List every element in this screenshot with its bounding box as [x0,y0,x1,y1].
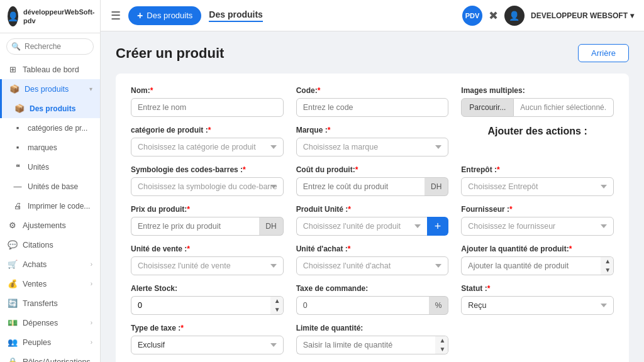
sidebar-item-roles[interactable]: 🔒 Rôles/Autorisations [0,352,100,362]
page-header: Créer un produit Arrière [116,44,629,62]
cout-suffix: DH [425,177,448,196]
alerte-spinner-buttons: ▲ ▼ [270,296,284,315]
ajouter-actions-section: Ajouter des actions : [461,126,614,156]
user-chevron-icon: ▾ [630,11,634,20]
categorie-select[interactable]: Choisissez la catégorie de produit [131,138,284,156]
new-tab-button[interactable]: + Des produits [128,6,201,25]
cout-input[interactable] [296,177,425,196]
back-button[interactable]: Arrière [578,44,629,62]
limite-group: Limite de quantité: ▲ ▼ [296,324,449,354]
limite-increment-button[interactable]: ▲ [435,336,448,345]
sidebar-item-categories[interactable]: ▪ catégories de pr... [0,118,100,138]
produit-unite-plus-button[interactable]: + [427,217,449,236]
browse-button[interactable]: Parcourir... [461,98,514,117]
prix-input[interactable] [131,217,259,236]
qte-increment-button[interactable]: ▲ [601,257,613,266]
qte-decrement-button[interactable]: ▼ [601,266,613,275]
transferts-icon: 🔄 [8,299,18,308]
entrepot-label: Entrepôt :* [461,165,614,174]
symbologie-select[interactable]: Choisissez la symbologie du code-barres [131,177,284,196]
unite-vente-select[interactable]: Choisissez l'unité de vente [131,256,284,275]
sidebar-item-transferts[interactable]: 🔄 Transferts [0,293,100,313]
code-label: Code:* [296,86,449,95]
brand-avatar: 👤 [8,6,18,26]
sidebar-item-label: Rôles/Autorisations [23,358,91,363]
sidebar-item-label: Citations [23,241,53,250]
sidebar-item-label: Unités [28,163,49,172]
brand: 👤 développeurWebSoft-pdv [8,6,92,26]
unite-achat-select[interactable]: Choisissez l'unité d'achat [296,256,449,275]
chevron-right-icon: › [91,319,92,326]
settings-icon[interactable]: ✖ [489,9,498,23]
sidebar-item-unites[interactable]: ❝ Unités [0,157,100,177]
sidebar-item-depenses[interactable]: 💵 Dépenses › [0,313,100,332]
prix-group: Prix du produit:* DH [131,205,284,236]
cout-input-group: DH [296,177,449,196]
sidebar-item-unites-base[interactable]: — Unités de base [0,177,100,196]
sidebar-item-peuples[interactable]: 👥 Peuples › [0,332,100,352]
marque-label: Marque :* [296,126,449,134]
search-icon: 🔍 [11,42,21,51]
sidebar-item-tableau-de-bord[interactable]: ⊞ Tableau de bord [0,60,100,79]
type-taxe-select[interactable]: Exclusif [131,336,284,354]
limite-spinner-buttons: ▲ ▼ [435,336,448,354]
entrepot-group: Entrepôt :* Choisissez Entrepôt [461,165,614,196]
brand-name: développeurWebSoft-pdv [23,8,94,26]
alerte-label: Alerte Stock: [131,284,284,293]
sidebar-item-ajustements[interactable]: ⚙ Ajustements [0,216,100,235]
cout-label: Coût du produit:* [296,165,449,174]
qte-input[interactable] [461,256,601,275]
nom-label: Nom:* [131,86,284,95]
produit-unite-label: Produit Unité :* [296,205,449,214]
sidebar-header: 👤 développeurWebSoft-pdv [0,0,100,33]
roles-icon: 🔒 [8,357,18,362]
sidebar: 👤 développeurWebSoft-pdv 🔍 ⊞ Tableau de … [0,0,101,362]
file-input-row: Parcourir... Aucun fichier sélectionné. [461,98,614,117]
sidebar-item-des-produits[interactable]: 📦 Des produits ▾ [0,79,100,99]
code-input[interactable] [296,98,449,117]
unite-achat-group: Unité d'achat :* Choisissez l'unité d'ac… [296,244,449,275]
produit-unite-select[interactable]: Choisissez l'unité de produit [296,217,427,236]
alerte-increment-button[interactable]: ▲ [270,297,283,305]
statut-group: Statut :* Reçu [461,284,614,315]
sidebar-item-label: Peuples [23,338,51,347]
sidebar-item-des-produits-sub[interactable]: 📦 Des produits [0,99,100,118]
hamburger-icon[interactable]: ☰ [111,9,121,23]
main: ☰ + Des produits Des produits PDV ✖ 👤 DE… [101,0,644,362]
taxe-commande-input[interactable] [296,296,429,315]
limite-input[interactable] [296,336,436,354]
marque-group: Marque :* Choisissez la marque [296,126,449,156]
sidebar-item-label: marques [28,143,57,152]
sidebar-item-achats[interactable]: 🛒 Achats › [0,255,100,274]
symbologie-group: Symbologie des codes-barres :* Choisisse… [131,165,284,196]
sidebar-item-citations[interactable]: 💬 Citations [0,235,100,255]
chevron-right-icon: › [91,261,92,268]
fournisseur-label: Fournisseur :* [461,205,614,214]
citations-icon: 💬 [8,240,18,250]
alerte-input[interactable] [131,296,270,315]
sidebar-item-ventes[interactable]: 💰 Ventes › [0,274,100,293]
user-name[interactable]: DEVELOPPEUR WEBSOFT ▾ [531,11,634,20]
imprimer-icon: 🖨 [13,201,23,211]
search-box[interactable]: 🔍 [6,38,94,55]
chevron-right-icon: › [91,339,92,346]
pdv-badge[interactable]: PDV [462,6,482,26]
sidebar-item-marques[interactable]: ▪ marques [0,138,100,157]
limite-decrement-button[interactable]: ▼ [435,345,448,354]
form-card: Nom:* Code:* Images multiples: Parcourir… [116,74,629,362]
alerte-decrement-button[interactable]: ▼ [270,305,283,314]
fournisseur-select[interactable]: Choisissez le fournisseur [461,217,614,236]
marque-select[interactable]: Choisissez la marque [296,138,449,156]
prix-label: Prix du produit:* [131,205,284,214]
statut-select[interactable]: Reçu [461,296,614,315]
entrepot-select[interactable]: Choisissez Entrepôt [461,177,614,196]
qte-group: Ajouter la quantité de produit:* ▲ ▼ [461,244,614,275]
unite-achat-label: Unité d'achat :* [296,244,449,253]
topbar-right: PDV ✖ 👤 DEVELOPPEUR WEBSOFT ▾ [462,6,634,26]
sidebar-item-label: Dépenses [23,319,58,327]
nom-input[interactable] [131,98,284,117]
sidebar-item-imprimer[interactable]: 🖨 Imprimer le code... [0,196,100,216]
products-icon: 📦 [9,84,19,94]
file-placeholder: Aucun fichier sélectionné. [514,98,614,117]
produit-unite-group: Produit Unité :* Choisissez l'unité de p… [296,205,449,236]
